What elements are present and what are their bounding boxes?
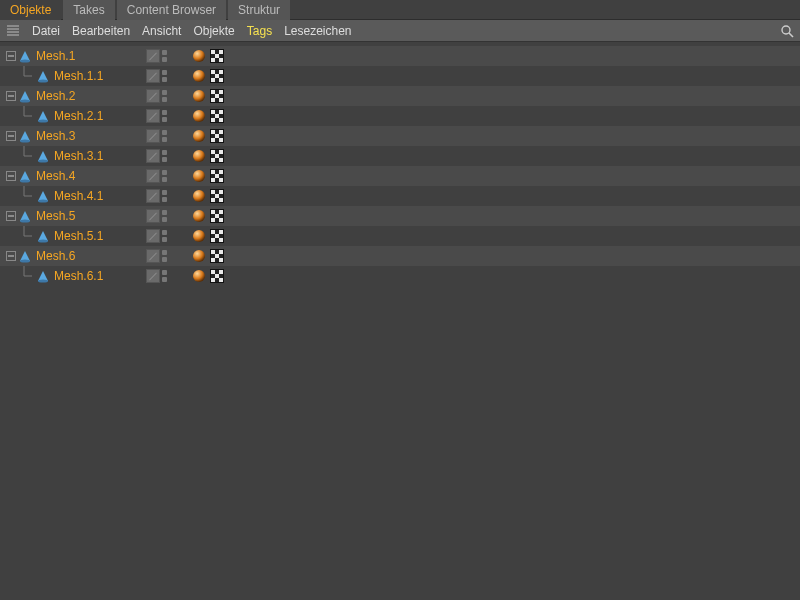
render-visibility-toggle[interactable]: [162, 257, 167, 262]
tree-row[interactable]: Mesh.1: [0, 46, 800, 66]
render-visibility-toggle[interactable]: [162, 217, 167, 222]
uvw-tag-icon[interactable]: [210, 169, 224, 183]
editor-visibility-toggle[interactable]: [162, 230, 167, 235]
expand-toggle-icon[interactable]: [6, 211, 16, 221]
layer-color-swatch[interactable]: [146, 189, 160, 203]
layer-color-swatch[interactable]: [146, 149, 160, 163]
object-label[interactable]: Mesh.5: [36, 209, 75, 223]
editor-visibility-toggle[interactable]: [162, 50, 167, 55]
object-label[interactable]: Mesh.4: [36, 169, 75, 183]
expand-toggle-icon[interactable]: [6, 171, 16, 181]
layer-color-swatch[interactable]: [146, 169, 160, 183]
uvw-tag-icon[interactable]: [210, 229, 224, 243]
expand-toggle-icon[interactable]: [6, 91, 16, 101]
editor-visibility-toggle[interactable]: [162, 70, 167, 75]
tab-objects[interactable]: Objekte: [0, 0, 61, 20]
expand-toggle-icon[interactable]: [6, 51, 16, 61]
tab-structure[interactable]: Struktur: [228, 0, 290, 20]
menu-bookmarks[interactable]: Lesezeichen: [284, 24, 351, 38]
editor-visibility-toggle[interactable]: [162, 110, 167, 115]
tree-row[interactable]: Mesh.3: [0, 126, 800, 146]
menu-file[interactable]: Datei: [32, 24, 60, 38]
uvw-tag-icon[interactable]: [210, 129, 224, 143]
object-label[interactable]: Mesh.6.1: [54, 269, 103, 283]
editor-visibility-toggle[interactable]: [162, 270, 167, 275]
menu-view[interactable]: Ansicht: [142, 24, 181, 38]
uvw-tag-icon[interactable]: [210, 249, 224, 263]
uvw-tag-icon[interactable]: [210, 149, 224, 163]
phong-tag-icon[interactable]: [192, 129, 206, 143]
tree-row[interactable]: Mesh.2: [0, 86, 800, 106]
object-label[interactable]: Mesh.3: [36, 129, 75, 143]
editor-visibility-toggle[interactable]: [162, 170, 167, 175]
render-visibility-toggle[interactable]: [162, 77, 167, 82]
render-visibility-toggle[interactable]: [162, 197, 167, 202]
editor-visibility-toggle[interactable]: [162, 130, 167, 135]
phong-tag-icon[interactable]: [192, 189, 206, 203]
object-label[interactable]: Mesh.2.1: [54, 109, 103, 123]
layer-color-swatch[interactable]: [146, 229, 160, 243]
render-visibility-toggle[interactable]: [162, 137, 167, 142]
phong-tag-icon[interactable]: [192, 269, 206, 283]
layer-color-swatch[interactable]: [146, 109, 160, 123]
tree-row[interactable]: Mesh.2.1: [0, 106, 800, 126]
tree-row[interactable]: Mesh.5: [0, 206, 800, 226]
tab-takes[interactable]: Takes: [63, 0, 114, 20]
search-icon[interactable]: [780, 24, 794, 38]
layer-color-swatch[interactable]: [146, 209, 160, 223]
phong-tag-icon[interactable]: [192, 89, 206, 103]
editor-visibility-toggle[interactable]: [162, 190, 167, 195]
object-label[interactable]: Mesh.4.1: [54, 189, 103, 203]
object-label[interactable]: Mesh.5.1: [54, 229, 103, 243]
uvw-tag-icon[interactable]: [210, 189, 224, 203]
render-visibility-toggle[interactable]: [162, 57, 167, 62]
uvw-tag-icon[interactable]: [210, 89, 224, 103]
editor-visibility-toggle[interactable]: [162, 90, 167, 95]
render-visibility-toggle[interactable]: [162, 277, 167, 282]
editor-visibility-toggle[interactable]: [162, 150, 167, 155]
phong-tag-icon[interactable]: [192, 69, 206, 83]
phong-tag-icon[interactable]: [192, 149, 206, 163]
view-mode-icon[interactable]: [6, 24, 20, 38]
object-label[interactable]: Mesh.1: [36, 49, 75, 63]
tab-content-browser[interactable]: Content Browser: [117, 0, 226, 20]
render-visibility-toggle[interactable]: [162, 237, 167, 242]
render-visibility-toggle[interactable]: [162, 157, 167, 162]
uvw-tag-icon[interactable]: [210, 269, 224, 283]
uvw-tag-icon[interactable]: [210, 69, 224, 83]
tree-row[interactable]: Mesh.4.1: [0, 186, 800, 206]
uvw-tag-icon[interactable]: [210, 209, 224, 223]
editor-visibility-toggle[interactable]: [162, 210, 167, 215]
uvw-tag-icon[interactable]: [210, 49, 224, 63]
menu-edit[interactable]: Bearbeiten: [72, 24, 130, 38]
tree-row[interactable]: Mesh.3.1: [0, 146, 800, 166]
tree-row[interactable]: Mesh.1.1: [0, 66, 800, 86]
layer-color-swatch[interactable]: [146, 269, 160, 283]
phong-tag-icon[interactable]: [192, 49, 206, 63]
menu-objects[interactable]: Objekte: [193, 24, 234, 38]
editor-visibility-toggle[interactable]: [162, 250, 167, 255]
object-label[interactable]: Mesh.2: [36, 89, 75, 103]
uvw-tag-icon[interactable]: [210, 109, 224, 123]
render-visibility-toggle[interactable]: [162, 117, 167, 122]
layer-color-swatch[interactable]: [146, 249, 160, 263]
phong-tag-icon[interactable]: [192, 169, 206, 183]
layer-color-swatch[interactable]: [146, 69, 160, 83]
tree-row[interactable]: Mesh.6.1: [0, 266, 800, 286]
expand-toggle-icon[interactable]: [6, 251, 16, 261]
expand-toggle-icon[interactable]: [6, 131, 16, 141]
render-visibility-toggle[interactable]: [162, 177, 167, 182]
layer-color-swatch[interactable]: [146, 49, 160, 63]
menu-tags[interactable]: Tags: [247, 24, 272, 38]
phong-tag-icon[interactable]: [192, 249, 206, 263]
tree-row[interactable]: Mesh.4: [0, 166, 800, 186]
tree-row[interactable]: Mesh.6: [0, 246, 800, 266]
layer-color-swatch[interactable]: [146, 89, 160, 103]
layer-color-swatch[interactable]: [146, 129, 160, 143]
phong-tag-icon[interactable]: [192, 209, 206, 223]
tree-row[interactable]: Mesh.5.1: [0, 226, 800, 246]
phong-tag-icon[interactable]: [192, 109, 206, 123]
object-label[interactable]: Mesh.6: [36, 249, 75, 263]
object-label[interactable]: Mesh.1.1: [54, 69, 103, 83]
render-visibility-toggle[interactable]: [162, 97, 167, 102]
